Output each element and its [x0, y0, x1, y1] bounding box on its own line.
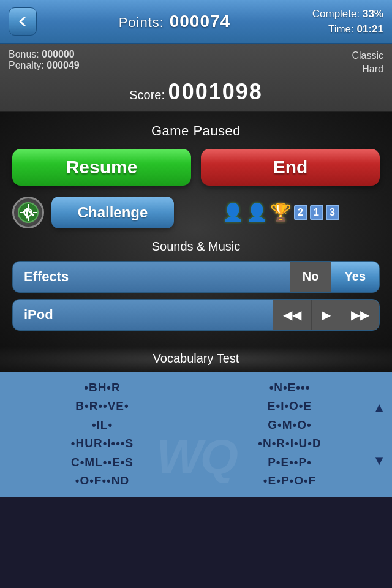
badge-1: 2	[294, 205, 307, 221]
score-display: Score: 0001098	[9, 79, 383, 105]
word-columns: •BH•R B•R••VE• •IL• •HUR•I•••S C•ML••E•S…	[0, 379, 392, 490]
bonus-penalty-row: Bonus: 000000 Penalty: 000049 Classic Ha…	[9, 49, 383, 77]
list-item: E•I•O•E	[196, 398, 383, 415]
resume-button[interactable]: Resume	[12, 149, 191, 186]
effects-options: No Yes	[290, 262, 379, 292]
score-bar: Bonus: 000000 Penalty: 000049 Classic Ha…	[0, 44, 392, 112]
progress-display: Complete: 33% Time: 01:21	[312, 6, 383, 37]
challenge-badges: 👤 👤 🏆 2 1 3	[181, 202, 380, 222]
complete-display: Complete: 33%	[312, 6, 383, 22]
bonus-display: Bonus: 000000	[9, 49, 80, 60]
points-label: Points:	[119, 15, 164, 30]
list-item: •E•P•O•F	[196, 472, 383, 490]
score-value: 0001098	[168, 79, 263, 104]
points-value: 000074	[170, 12, 230, 31]
penalty-display: Penalty: 000049	[9, 60, 80, 71]
vocab-label: Vocabulary Test	[0, 352, 392, 366]
effects-toggle-row: Effects No Yes	[12, 261, 380, 293]
game-paused-label: Game Paused	[12, 123, 380, 139]
effects-label: Effects	[13, 269, 290, 285]
mode-line1: Classic	[352, 49, 383, 62]
mode-display: Classic Hard	[352, 49, 383, 77]
end-button[interactable]: End	[201, 149, 380, 186]
time-value: 01:21	[357, 23, 383, 35]
back-button[interactable]	[9, 7, 37, 36]
list-item: P•E••P•	[196, 454, 383, 472]
sounds-label: Sounds & Music	[12, 239, 380, 254]
list-item: •N•E•••	[196, 379, 383, 397]
complete-label: Complete:	[312, 8, 360, 20]
effects-no-button[interactable]: No	[290, 262, 331, 292]
scroll-arrows: ▲ ▼	[372, 400, 386, 469]
penalty-label: Penalty:	[9, 60, 44, 70]
vocab-section: Vocabulary Test WQ •BH•R B•R••VE• •IL• •…	[0, 347, 392, 497]
vocab-header: Vocabulary Test	[0, 347, 392, 372]
badge-2: 1	[310, 205, 323, 221]
ipod-row: iPod ◀◀ ▶ ▶▶	[12, 299, 380, 331]
challenge-row: Challenge 👤 👤 🏆 2 1 3	[12, 197, 380, 228]
left-word-column: •BH•R B•R••VE• •IL• •HUR•I•••S C•ML••E•S…	[9, 379, 196, 490]
penalty-value: 000049	[47, 60, 79, 70]
right-word-column: •N•E••• E•I•O•E G•M•O• •N•R•I•U•D P•E••P…	[196, 379, 383, 490]
list-item: B•R••VE•	[9, 398, 196, 415]
person-icon2: 👤	[246, 202, 268, 222]
trophy-icon: 🏆	[270, 202, 292, 222]
ipod-label: iPod	[13, 307, 273, 323]
scroll-up-arrow[interactable]: ▲	[372, 400, 386, 416]
ipod-forward-button[interactable]: ▶▶	[341, 300, 379, 330]
ipod-controls: ◀◀ ▶ ▶▶	[273, 300, 379, 330]
list-item: G•M•O•	[196, 417, 383, 434]
word-grid: WQ •BH•R B•R••VE• •IL• •HUR•I•••S C•ML••…	[0, 372, 392, 497]
points-display: Points: 000074	[119, 12, 230, 31]
bonus-value: 000000	[42, 49, 74, 59]
time-label: Time:	[328, 23, 354, 35]
mode-line2: Hard	[352, 62, 383, 76]
ipod-play-button[interactable]: ▶	[311, 300, 341, 330]
score-label: Score:	[129, 88, 165, 102]
person-icon1: 👤	[222, 202, 244, 222]
list-item: •BH•R	[9, 379, 196, 397]
main-content: Game Paused Resume End Challenge 👤 👤 🏆 2…	[0, 112, 392, 347]
bonus-penalty-left: Bonus: 000000 Penalty: 000049	[9, 49, 80, 77]
complete-value: 33%	[363, 8, 383, 20]
challenge-button[interactable]: Challenge	[51, 197, 174, 228]
ipod-rewind-button[interactable]: ◀◀	[273, 300, 311, 330]
effects-yes-button[interactable]: Yes	[331, 262, 379, 292]
list-item: C•ML••E•S	[9, 454, 196, 472]
time-display: Time: 01:21	[312, 21, 383, 37]
list-item: •N•R•I•U•D	[196, 435, 383, 453]
resume-end-row: Resume End	[12, 149, 380, 186]
list-item: •O•F••ND	[9, 472, 196, 490]
list-item: •IL•	[9, 417, 196, 434]
scroll-down-arrow[interactable]: ▼	[372, 453, 386, 469]
list-item: •HUR•I•••S	[9, 435, 196, 453]
top-bar: Points: 000074 Complete: 33% Time: 01:21	[0, 0, 392, 44]
badge-3: 3	[326, 205, 339, 221]
bonus-label: Bonus:	[9, 49, 39, 59]
challenge-icon	[12, 197, 44, 228]
